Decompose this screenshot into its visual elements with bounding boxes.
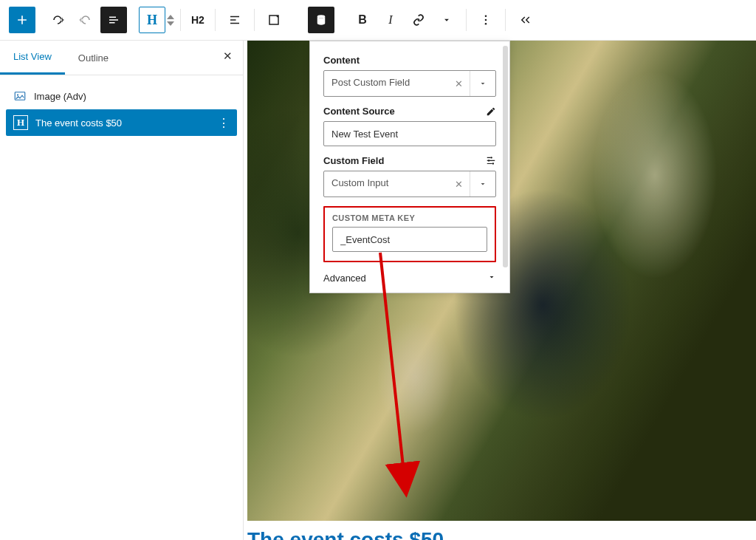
editor-toolbar: H H2 B I [0,0,756,41]
svg-point-8 [490,157,492,158]
content-value: Post Custom Field [324,71,448,96]
collapse-toolbar-button[interactable] [512,7,538,33]
svg-point-2 [485,19,487,21]
align-button[interactable] [221,7,248,33]
document-overview-sidebar: List View Outline ✕ Image (Adv) H The ev… [0,41,244,540]
block-tree: Image (Adv) H The event costs $50 ⋮ [0,75,243,143]
heading-dynamic-cost: $50 [409,528,444,540]
italic-button[interactable]: I [377,7,404,33]
close-sidebar-button[interactable]: ✕ [223,49,233,63]
heading-level[interactable]: H2 [187,14,209,26]
svg-point-1 [485,15,487,17]
edit-source-button[interactable] [486,106,496,117]
content-select[interactable]: Post Custom Field ✕ [323,70,496,97]
clear-field-button[interactable]: ✕ [448,171,470,196]
options-button[interactable] [472,7,499,33]
add-block-button[interactable] [9,7,35,33]
custom-field-value: Custom Input [324,171,448,196]
redo-button[interactable] [72,7,99,33]
content-label: Content [323,55,496,66]
sidebar-tabs: List View Outline ✕ [0,41,243,75]
tab-outline[interactable]: Outline [65,42,122,74]
svg-point-7 [488,160,489,161]
advanced-label: Advanced [323,273,366,284]
dynamic-content-panel: Content Post Custom Field ✕ Content Sour… [309,41,510,293]
svg-point-0 [317,15,326,18]
tree-item-heading[interactable]: H The event costs $50 ⋮ [6,109,237,136]
svg-point-5 [17,94,18,95]
fullscreen-icon[interactable] [261,7,287,33]
tree-item-label: The event costs $50 [35,117,122,129]
custom-field-select[interactable]: Custom Input ✕ [323,171,496,197]
clear-content-button[interactable]: ✕ [448,71,470,96]
meta-key-input[interactable] [332,227,487,252]
block-type-heading[interactable]: H [139,7,165,33]
tab-list-view[interactable]: List View [0,41,65,75]
dynamic-content-button[interactable] [308,7,334,33]
meta-key-label: CUSTOM META KEY [332,213,487,222]
tree-item-image[interactable]: Image (Adv) [6,83,237,109]
heading-text-prefix: The event costs [247,528,409,540]
custom-field-label: Custom Field [323,155,384,166]
link-button[interactable] [405,7,432,33]
row-options-button[interactable]: ⋮ [218,116,230,130]
chevron-down-icon[interactable] [470,71,495,96]
svg-point-3 [485,23,487,25]
list-view-button[interactable] [100,7,127,33]
bold-button[interactable]: B [349,7,376,33]
undo-button[interactable] [44,7,71,33]
source-input[interactable] [323,121,496,146]
heading-icon: H [13,115,28,130]
tree-item-label: Image (Adv) [34,91,86,102]
image-icon [13,89,27,103]
more-rich-text-button[interactable] [433,7,460,33]
settings-icon[interactable] [486,156,496,166]
advanced-section-toggle[interactable]: Advanced [310,265,509,293]
custom-meta-key-highlight: CUSTOM META KEY [323,206,496,262]
chevron-down-icon [487,273,496,284]
heading-block[interactable]: The event costs $50 [247,528,444,540]
source-label: Content Source [323,106,395,117]
chevron-down-icon[interactable] [470,171,495,196]
block-move-buttons[interactable] [167,14,174,27]
svg-point-6 [492,163,494,164]
